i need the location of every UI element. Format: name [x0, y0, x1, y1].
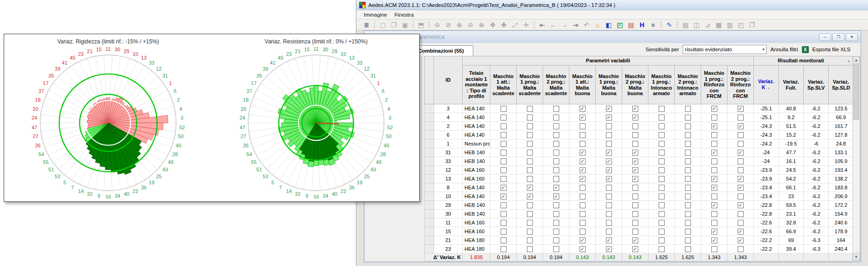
param-checkbox[interactable]: [711, 115, 717, 121]
results-window-titlebar[interactable]: Risultati Analisi Parametrica ─ ❐ ✕: [364, 31, 861, 43]
param-checkbox[interactable]: [501, 106, 507, 112]
close-button[interactable]: ✕: [846, 33, 858, 41]
param-checkbox[interactable]: [527, 115, 533, 121]
copy-icon[interactable]: ❐: [746, 20, 758, 30]
param-checkbox[interactable]: [501, 176, 507, 182]
grid-icon[interactable]: ▦: [713, 20, 724, 30]
param-checkbox[interactable]: ✓: [580, 237, 586, 243]
param-checkbox[interactable]: ✓: [711, 106, 717, 112]
table-row[interactable]: 33HEB 140✓✓✓-2416.1-6.2105.9: [425, 157, 854, 166]
param-checkbox[interactable]: [606, 220, 612, 226]
param-checkbox[interactable]: [632, 123, 638, 129]
pan-icon[interactable]: ✥: [487, 20, 498, 30]
param-checkbox[interactable]: [659, 123, 665, 129]
window-icon[interactable]: ◰: [614, 20, 625, 30]
param-checkbox[interactable]: [606, 193, 612, 200]
param-checkbox[interactable]: [501, 211, 507, 217]
param-checkbox[interactable]: [659, 106, 665, 112]
param-checkbox[interactable]: ✓: [527, 185, 533, 191]
param-checkbox[interactable]: ✓: [606, 167, 612, 173]
zoom-in-icon[interactable]: ⊕: [454, 20, 465, 30]
scroll-thumb[interactable]: [853, 64, 859, 120]
param-checkbox[interactable]: ✓: [711, 185, 717, 191]
menu-finestra[interactable]: Finestra: [391, 11, 418, 18]
col-header-result-2[interactable]: Variaz. Fult.: [779, 66, 804, 104]
param-checkbox[interactable]: ✓: [606, 246, 612, 252]
param-checkbox[interactable]: ✓: [606, 237, 612, 243]
param-checkbox[interactable]: [553, 202, 559, 208]
param-checkbox[interactable]: ✓: [711, 202, 717, 208]
param-checkbox[interactable]: [711, 167, 717, 173]
param-checkbox[interactable]: [685, 106, 691, 112]
param-checkbox[interactable]: [527, 229, 533, 235]
param-checkbox[interactable]: ✓: [606, 158, 612, 164]
param-checkbox[interactable]: [738, 193, 744, 200]
param-checkbox[interactable]: ✓: [580, 167, 586, 173]
param-checkbox[interactable]: ✓: [527, 193, 533, 200]
nav-first-icon[interactable]: ⇤: [537, 20, 548, 30]
param-checkbox[interactable]: ✓: [632, 246, 638, 252]
param-checkbox[interactable]: [527, 123, 533, 129]
param-checkbox[interactable]: [738, 115, 744, 121]
chevron-down-icon[interactable]: ⌄: [847, 58, 851, 64]
param-checkbox[interactable]: [501, 220, 507, 226]
param-checkbox[interactable]: [580, 193, 586, 200]
param-checkbox[interactable]: ✓: [632, 106, 638, 112]
param-checkbox[interactable]: [632, 229, 638, 235]
table-row[interactable]: 15HEA 160✓✓-22.666.9-6.2178.9: [425, 227, 854, 236]
param-checkbox[interactable]: [553, 220, 559, 226]
param-checkbox[interactable]: [685, 220, 691, 226]
param-checkbox[interactable]: [527, 150, 533, 156]
project-tree-icon[interactable]: ≣: [361, 20, 372, 30]
scroll-down-icon[interactable]: ▼: [853, 253, 860, 260]
param-checkbox[interactable]: ✓: [553, 193, 559, 200]
param-checkbox[interactable]: [685, 211, 691, 217]
param-checkbox[interactable]: [659, 132, 665, 138]
param-checkbox[interactable]: [738, 167, 744, 173]
param-checkbox[interactable]: ✓: [711, 176, 717, 182]
table-row[interactable]: 12HEA 160✓✓✓-23.924.5-6.2193.4: [425, 166, 854, 175]
param-checkbox[interactable]: ✓: [606, 115, 612, 121]
param-checkbox[interactable]: [685, 123, 691, 129]
param-checkbox[interactable]: [711, 211, 717, 217]
col-header-result-1[interactable]: Variaz. K▲: [754, 66, 779, 104]
param-checkbox[interactable]: [659, 150, 665, 156]
param-checkbox[interactable]: [527, 106, 533, 112]
col-header-param-3[interactable]: Maschio 2 prog.: Malta scadente: [543, 66, 569, 104]
hbeam-icon[interactable]: H: [636, 20, 648, 30]
param-checkbox[interactable]: [606, 202, 612, 208]
param-checkbox[interactable]: [711, 220, 717, 226]
param-checkbox[interactable]: [685, 229, 691, 235]
param-checkbox[interactable]: [501, 123, 507, 129]
param-checkbox[interactable]: ✓: [606, 176, 612, 182]
param-checkbox[interactable]: ✓: [632, 237, 638, 243]
param-checkbox[interactable]: [580, 220, 586, 226]
param-checkbox[interactable]: [685, 185, 691, 191]
param-checkbox[interactable]: [553, 132, 559, 138]
param-checkbox[interactable]: [685, 150, 691, 156]
zoom-reduce-icon[interactable]: ⊖: [465, 20, 476, 30]
param-checkbox[interactable]: [632, 141, 638, 147]
param-checkbox[interactable]: [553, 176, 559, 182]
param-checkbox[interactable]: [659, 158, 665, 164]
param-checkbox[interactable]: [711, 141, 717, 147]
list-icon[interactable]: ▥: [724, 20, 735, 30]
param-checkbox[interactable]: [580, 132, 586, 138]
table-row[interactable]: 2HEA 140✓✓-24.351.5-6.2161.7: [425, 122, 854, 131]
door-icon[interactable]: ◧: [603, 20, 614, 30]
zoom-extents-icon[interactable]: ⊕: [476, 20, 487, 30]
param-checkbox[interactable]: [527, 202, 533, 208]
param-checkbox[interactable]: [632, 132, 638, 138]
app-titlebar[interactable]: Aedes.ACM 2023.1.1: C:\Aedes2023\Acm\Pro…: [356, 0, 868, 10]
col-header-result-3[interactable]: Variaz. Sp.SLV: [804, 66, 829, 104]
param-checkbox[interactable]: ✓: [580, 115, 586, 121]
param-checkbox[interactable]: [738, 141, 744, 147]
param-checkbox[interactable]: [685, 176, 691, 182]
nav-last-icon[interactable]: ⇥: [570, 20, 581, 30]
param-checkbox[interactable]: [501, 132, 507, 138]
table-row[interactable]: 4HEA 140✓✓✓-25.19.2-6.266.9: [425, 113, 854, 122]
param-checkbox[interactable]: [632, 193, 638, 200]
table-row[interactable]: 23HEA 180✓✓✓-22.239.4-6.3240.4: [425, 245, 854, 254]
param-checkbox[interactable]: [553, 237, 559, 243]
notes-icon[interactable]: ✎: [664, 20, 675, 30]
